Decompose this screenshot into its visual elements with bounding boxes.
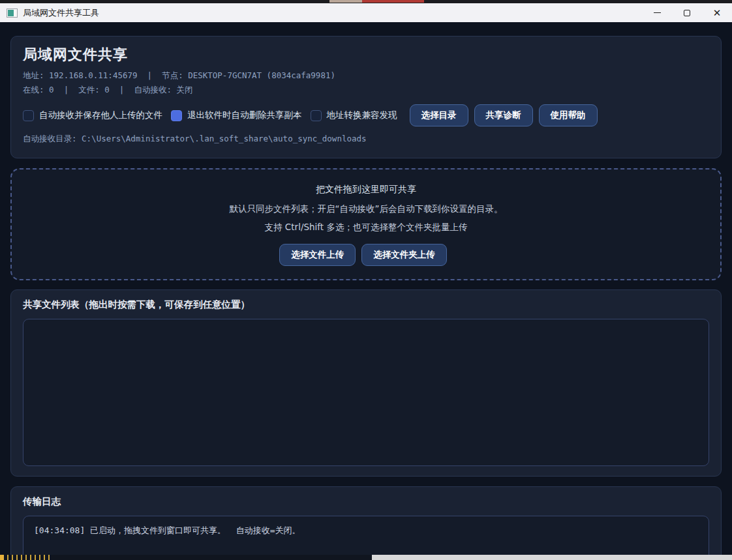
shared-files-list[interactable]	[23, 319, 709, 466]
close-button[interactable]: ✕	[702, 3, 732, 22]
auto-receive-label: 自动接收并保存他人上传的文件	[39, 110, 162, 121]
desktop-top-sliver	[0, 0, 732, 3]
file-drop-zone[interactable]: 把文件拖到这里即可共享 默认只同步文件列表；开启“自动接收”后会自动下载到你设置…	[10, 168, 722, 280]
options-row: 自动接收并保存他人上传的文件 退出软件时自动删除共享副本 地址转换兼容发现 选择…	[23, 104, 709, 126]
desktop-bottom-sliver	[0, 555, 732, 560]
header-buttons: 选择目录 共享诊断 使用帮助	[410, 104, 603, 126]
window-title: 局域网文件共享工具	[23, 7, 99, 19]
dropzone-line1: 把文件拖到这里即可共享	[25, 184, 707, 196]
minimize-button[interactable]	[642, 3, 672, 22]
dropzone-line3: 支持 Ctrl/Shift 多选；也可选择整个文件夹批量上传	[25, 222, 707, 233]
header-panel: 局域网文件共享 地址: 192.168.0.11:45679 | 节点: DES…	[10, 36, 722, 158]
dropzone-line2: 默认只同步文件列表；开启“自动接收”后会自动下载到你设置的目录。	[25, 203, 707, 215]
nat-discovery-option[interactable]: 地址转换兼容发现	[311, 110, 397, 121]
maximize-button[interactable]	[672, 3, 702, 22]
delete-on-exit-checkbox[interactable]	[171, 110, 182, 121]
share-diagnostics-button[interactable]: 共享诊断	[474, 104, 533, 126]
main-content: 局域网文件共享 地址: 192.168.0.11:45679 | 节点: DES…	[0, 22, 732, 560]
delete-on-exit-label: 退出软件时自动删除共享副本	[187, 110, 302, 121]
auto-receive-dir-line: 自动接收目录: C:\Users\Administrator\.lan_soft…	[23, 134, 709, 145]
close-icon: ✕	[713, 7, 722, 19]
transfer-log-title: 传输日志	[23, 495, 709, 508]
nat-discovery-checkbox[interactable]	[311, 110, 322, 121]
choose-directory-button[interactable]: 选择目录	[410, 104, 468, 126]
shared-files-panel: 共享文件列表（拖出时按需下载，可保存到任意位置）	[10, 289, 722, 477]
transfer-log-panel: 传输日志 [04:34:08] 已启动，拖拽文件到窗口即可共享。 自动接收=关闭…	[10, 486, 722, 560]
page-title: 局域网文件共享	[23, 45, 709, 65]
address-line: 地址: 192.168.0.11:45679 | 节点: DESKTOP-7GC…	[23, 70, 709, 81]
transfer-log-box[interactable]: [04:34:08] 已启动，拖拽文件到窗口即可共享。 自动接收=关闭。	[23, 516, 709, 560]
maximize-icon	[684, 10, 690, 16]
app-icon	[7, 8, 18, 18]
dropzone-buttons: 选择文件上传 选择文件夹上传	[279, 244, 453, 266]
nat-discovery-label: 地址转换兼容发现	[327, 110, 397, 121]
upload-files-button[interactable]: 选择文件上传	[279, 244, 356, 266]
status-line: 在线: 0 | 文件: 0 | 自动接收: 关闭	[23, 85, 709, 96]
minimize-icon	[654, 12, 661, 13]
bottom-dark-sliver	[50, 555, 372, 560]
background-window-sliver	[329, 0, 362, 3]
titlebar: 局域网文件共享工具 ✕	[0, 3, 732, 22]
background-window-red-sliver	[362, 0, 424, 3]
help-button[interactable]: 使用帮助	[539, 104, 598, 126]
shared-files-title: 共享文件列表（拖出时按需下载，可保存到任意位置）	[23, 299, 709, 311]
log-entry: [04:34:08] 已启动，拖拽文件到窗口即可共享。 自动接收=关闭。	[34, 525, 698, 537]
upload-folder-button[interactable]: 选择文件夹上传	[361, 244, 447, 266]
auto-receive-option[interactable]: 自动接收并保存他人上传的文件	[23, 110, 162, 121]
bottom-light-sliver	[372, 555, 732, 560]
bottom-ticks-sliver	[4, 555, 50, 560]
auto-receive-checkbox[interactable]	[23, 110, 34, 121]
delete-on-exit-option[interactable]: 退出软件时自动删除共享副本	[171, 110, 302, 121]
